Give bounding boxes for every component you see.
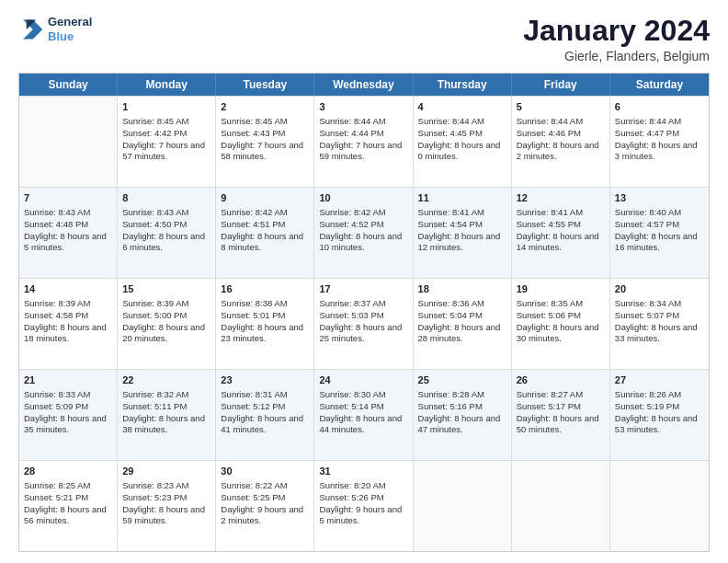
day-number: 13: [615, 191, 704, 205]
sunrise-text: Sunrise: 8:44 AM: [418, 116, 506, 128]
day-number: 3: [319, 100, 407, 114]
sunrise-text: Sunrise: 8:37 AM: [319, 298, 407, 310]
day-number: 9: [221, 191, 309, 205]
day-number: 18: [418, 282, 506, 296]
day-number: 25: [418, 373, 506, 387]
calendar-cell: 6Sunrise: 8:44 AMSunset: 4:47 PMDaylight…: [610, 97, 709, 187]
calendar-cell: 31Sunrise: 8:20 AMSunset: 5:26 PMDayligh…: [314, 461, 413, 551]
day-number: 14: [24, 282, 112, 296]
sunset-text: Sunset: 5:25 PM: [221, 492, 309, 504]
day-number: 10: [319, 191, 407, 205]
calendar-cell: [610, 461, 709, 551]
sunset-text: Sunset: 4:52 PM: [319, 219, 407, 231]
calendar-header-cell: Saturday: [610, 74, 709, 96]
sunset-text: Sunset: 5:26 PM: [319, 492, 407, 504]
calendar-cell: [414, 461, 512, 551]
sunrise-text: Sunrise: 8:42 AM: [319, 207, 407, 219]
sunrise-text: Sunrise: 8:34 AM: [615, 298, 704, 310]
calendar-cell: 26Sunrise: 8:27 AMSunset: 5:17 PMDayligh…: [512, 370, 610, 460]
calendar-cell: [19, 97, 118, 187]
sunrise-text: Sunrise: 8:20 AM: [319, 480, 407, 492]
calendar-cell: 18Sunrise: 8:36 AMSunset: 5:04 PMDayligh…: [414, 279, 512, 369]
logo-text: General Blue: [48, 15, 92, 43]
sunrise-text: Sunrise: 8:42 AM: [221, 207, 309, 219]
sunrise-text: Sunrise: 8:33 AM: [24, 389, 112, 401]
sunset-text: Sunset: 4:58 PM: [24, 310, 112, 322]
calendar-header-cell: Wednesday: [314, 74, 413, 96]
logo-line1: General: [48, 15, 92, 29]
daylight-text: Daylight: 8 hours and 41 minutes.: [221, 413, 309, 437]
subtitle: Gierle, Flanders, Belgium: [523, 49, 710, 63]
calendar: SundayMondayTuesdayWednesdayThursdayFrid…: [18, 73, 710, 552]
day-number: 1: [122, 100, 210, 114]
calendar-cell: 20Sunrise: 8:34 AMSunset: 5:07 PMDayligh…: [610, 279, 709, 369]
day-number: 24: [319, 373, 407, 387]
day-number: 2: [221, 100, 309, 114]
logo-icon: [18, 17, 44, 42]
daylight-text: Daylight: 8 hours and 14 minutes.: [517, 231, 605, 255]
calendar-cell: 28Sunrise: 8:25 AMSunset: 5:21 PMDayligh…: [19, 461, 118, 551]
sunrise-text: Sunrise: 8:43 AM: [24, 207, 112, 219]
calendar-body: 1Sunrise: 8:45 AMSunset: 4:42 PMDaylight…: [19, 96, 709, 551]
calendar-cell: 5Sunrise: 8:44 AMSunset: 4:46 PMDaylight…: [512, 97, 610, 187]
daylight-text: Daylight: 8 hours and 5 minutes.: [24, 231, 112, 255]
calendar-row: 1Sunrise: 8:45 AMSunset: 4:42 PMDaylight…: [19, 96, 709, 187]
daylight-text: Daylight: 8 hours and 50 minutes.: [517, 413, 605, 437]
day-number: 30: [221, 465, 309, 478]
calendar-row: 21Sunrise: 8:33 AMSunset: 5:09 PMDayligh…: [19, 369, 709, 460]
sunset-text: Sunset: 5:00 PM: [122, 310, 210, 322]
calendar-cell: 2Sunrise: 8:45 AMSunset: 4:43 PMDaylight…: [216, 97, 314, 187]
sunset-text: Sunset: 4:51 PM: [221, 219, 309, 231]
sunset-text: Sunset: 4:44 PM: [319, 128, 407, 140]
header: General Blue January 2024 Gierle, Flande…: [18, 15, 710, 63]
sunset-text: Sunset: 5:09 PM: [24, 401, 112, 413]
sunrise-text: Sunrise: 8:27 AM: [517, 389, 605, 401]
day-number: 4: [418, 100, 506, 114]
sunrise-text: Sunrise: 8:38 AM: [221, 298, 309, 310]
sunrise-text: Sunrise: 8:45 AM: [122, 116, 210, 128]
calendar-row: 14Sunrise: 8:39 AMSunset: 4:58 PMDayligh…: [19, 278, 709, 369]
day-number: 22: [122, 373, 210, 387]
calendar-cell: 25Sunrise: 8:28 AMSunset: 5:16 PMDayligh…: [414, 370, 512, 460]
calendar-header-cell: Friday: [512, 74, 610, 96]
calendar-cell: 13Sunrise: 8:40 AMSunset: 4:57 PMDayligh…: [610, 188, 709, 278]
sunrise-text: Sunrise: 8:44 AM: [319, 116, 407, 128]
calendar-cell: 27Sunrise: 8:26 AMSunset: 5:19 PMDayligh…: [610, 370, 709, 460]
sunrise-text: Sunrise: 8:45 AM: [221, 116, 309, 128]
day-number: 16: [221, 282, 309, 296]
day-number: 29: [122, 465, 210, 478]
sunset-text: Sunset: 5:17 PM: [517, 401, 605, 413]
daylight-text: Daylight: 8 hours and 2 minutes.: [517, 140, 605, 164]
sunset-text: Sunset: 5:12 PM: [221, 401, 309, 413]
calendar-cell: 21Sunrise: 8:33 AMSunset: 5:09 PMDayligh…: [19, 370, 118, 460]
logo-line2: Blue: [48, 29, 92, 44]
daylight-text: Daylight: 8 hours and 28 minutes.: [418, 322, 506, 346]
daylight-text: Daylight: 7 hours and 58 minutes.: [221, 140, 309, 164]
day-number: 7: [24, 191, 112, 205]
daylight-text: Daylight: 8 hours and 8 minutes.: [221, 231, 309, 255]
daylight-text: Daylight: 8 hours and 20 minutes.: [122, 322, 210, 346]
daylight-text: Daylight: 8 hours and 25 minutes.: [319, 322, 407, 346]
calendar-row: 28Sunrise: 8:25 AMSunset: 5:21 PMDayligh…: [19, 460, 709, 551]
sunset-text: Sunset: 4:42 PM: [122, 128, 210, 140]
day-number: 6: [615, 100, 704, 114]
daylight-text: Daylight: 8 hours and 12 minutes.: [418, 231, 506, 255]
calendar-cell: 8Sunrise: 8:43 AMSunset: 4:50 PMDaylight…: [118, 188, 216, 278]
sunset-text: Sunset: 5:07 PM: [615, 310, 704, 322]
day-number: 28: [24, 465, 112, 478]
daylight-text: Daylight: 9 hours and 2 minutes.: [221, 504, 309, 528]
sunrise-text: Sunrise: 8:39 AM: [122, 298, 210, 310]
sunrise-text: Sunrise: 8:28 AM: [418, 389, 506, 401]
calendar-header-cell: Tuesday: [216, 74, 314, 96]
calendar-cell: 16Sunrise: 8:38 AMSunset: 5:01 PMDayligh…: [216, 279, 314, 369]
sunset-text: Sunset: 4:54 PM: [418, 219, 506, 231]
sunset-text: Sunset: 5:19 PM: [615, 401, 704, 413]
sunrise-text: Sunrise: 8:26 AM: [615, 389, 704, 401]
daylight-text: Daylight: 8 hours and 6 minutes.: [122, 231, 210, 255]
daylight-text: Daylight: 7 hours and 57 minutes.: [122, 140, 210, 164]
day-number: 27: [615, 373, 704, 387]
daylight-text: Daylight: 8 hours and 18 minutes.: [24, 322, 112, 346]
sunrise-text: Sunrise: 8:41 AM: [418, 207, 506, 219]
sunset-text: Sunset: 5:23 PM: [122, 492, 210, 504]
daylight-text: Daylight: 8 hours and 3 minutes.: [615, 140, 704, 164]
